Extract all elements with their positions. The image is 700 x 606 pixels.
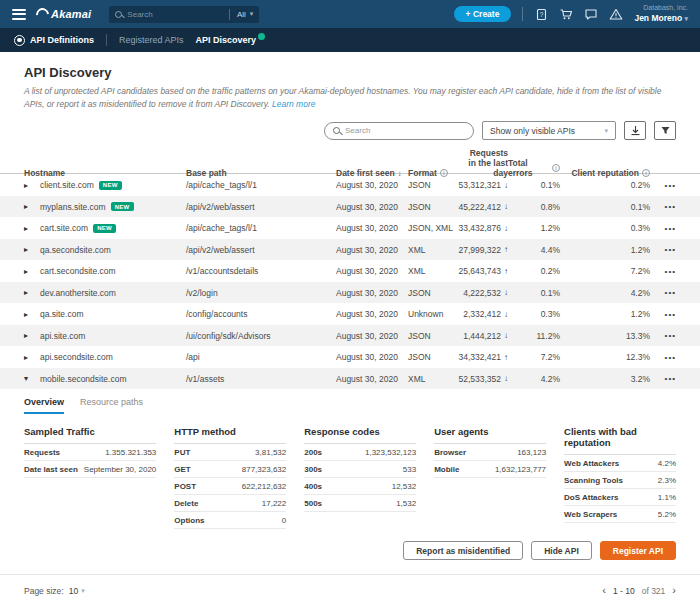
detail-row: 500s1,532 [304,495,416,512]
row-menu-icon[interactable]: ••• [650,374,676,383]
table-row[interactable]: ▸ cart.site.comNEW /api/cache_tags/l/1 A… [0,217,700,239]
discovery-count-badge [258,33,265,40]
detail-value: 1,323,532,123 [365,448,416,457]
page-size-select[interactable]: 10 ▾ [69,586,85,596]
cart-icon[interactable] [559,7,573,21]
detail-row: 200s1,323,532,123 [304,444,416,461]
register-api-button[interactable]: Register API [600,541,676,560]
download-button[interactable] [624,121,646,140]
hostname-cell: cart.site.com [40,223,88,233]
table-row[interactable]: ▸ cart.secondsite.com /v1/accountsdetail… [0,260,700,282]
detail-value: 622,212,632 [242,482,287,491]
account-menu[interactable]: Databash, inc. Jen Moreno ▾ [634,4,688,24]
detail-value: 877,323,632 [242,465,287,474]
table-row[interactable]: ▸ myplans.site.comNEW /api/v2/web/assert… [0,196,700,218]
detail-value: 12,532 [392,482,416,491]
col-base-path[interactable]: Base path [186,168,336,178]
detail-row: Web Attackers4.2% [564,455,676,472]
row-menu-icon[interactable]: ••• [650,331,676,340]
help-doc-icon[interactable]: ? [534,7,548,21]
next-page-icon[interactable]: › [672,585,676,596]
tab-api-discovery[interactable]: API Discovery [196,35,266,45]
alert-icon[interactable] [609,7,623,21]
hide-api-button[interactable]: Hide API [531,541,592,560]
expand-caret-icon[interactable]: ▸ [24,331,40,340]
row-menu-icon[interactable]: ••• [650,288,676,297]
hamburger-menu-icon[interactable] [12,9,26,20]
chat-icon[interactable] [584,7,598,21]
row-menu-icon[interactable]: ••• [650,245,676,254]
info-icon[interactable]: i [440,169,448,177]
tab-registered-apis[interactable]: Registered APIs [119,35,184,45]
topbar-divider [522,7,523,21]
detail-actions: Report as misidentified Hide API Registe… [0,533,700,574]
date-cell: August 30, 2020 [336,352,408,362]
detail-label: Delete [174,499,198,508]
detail-label: Browser [434,448,466,457]
collapse-caret-icon[interactable]: ▾ [24,374,40,383]
create-button[interactable]: + Create [454,6,512,22]
errors-cell: 0.1% [508,180,560,190]
reputation-cell: 0.2% [560,180,650,190]
reputation-cell: 1.2% [560,309,650,319]
col-date-first-seen[interactable]: Date first seen ↓ [336,168,408,178]
row-menu-icon[interactable]: ••• [650,267,676,276]
table-search-input[interactable] [340,126,465,135]
filter-button[interactable] [654,121,676,140]
expand-caret-icon[interactable]: ▸ [24,224,40,233]
expand-caret-icon[interactable]: ▸ [24,288,40,297]
col-format[interactable]: Format i [408,168,460,178]
expand-caret-icon[interactable]: ▸ [24,267,40,276]
expand-caret-icon[interactable]: ▸ [24,353,40,362]
hostname-cell: myplans.site.com [40,202,106,212]
table-row[interactable]: ▸ qa.secondsite.com /api/v2/web/assert A… [0,239,700,261]
tab-resource-paths[interactable]: Resource paths [80,397,143,414]
report-misidentified-button[interactable]: Report as misidentified [403,541,523,560]
table-row[interactable]: ▸ api.site.com /ui/config/sdk/Advisors A… [0,325,700,347]
table-body: ▸ client.site.comNEW /api/cache_tags/l/1… [0,174,700,389]
nav-divider [106,34,107,46]
requests-cell: 1,444,212 [463,331,501,341]
detail-row: Mobile1,632,123,777 [434,461,546,478]
col-client-reputation[interactable]: Client reputation i [560,168,650,178]
search-scope-dropdown[interactable]: All ▾ [229,9,253,20]
table-search[interactable] [324,122,474,140]
detail-value: 163,123 [517,448,546,457]
table-row[interactable]: ▸ api.secondsite.com /api August 30, 202… [0,346,700,368]
visibility-filter-select[interactable]: Show only visible APIs ▾ [482,121,616,140]
global-search-input[interactable] [122,10,229,19]
col-hostname[interactable]: Hostname [24,168,186,178]
global-search[interactable]: All ▾ [109,6,259,23]
reputation-cell: 0.3% [560,223,650,233]
expand-caret-icon[interactable]: ▸ [24,245,40,254]
table-footer: Page size: 10 ▾ ‹ 1 - 10 of 321 › [0,574,700,606]
base-path-cell: /v1/assets [186,374,336,384]
table-row-expanded[interactable]: ▾ mobile.secondsite.com /v1/assets Augus… [0,368,700,390]
tab-overview[interactable]: Overview [24,397,64,414]
section-title: User agents [434,426,546,444]
row-menu-icon[interactable]: ••• [650,224,676,233]
sort-desc-icon: ↓ [398,169,402,178]
row-menu-icon[interactable]: ••• [650,181,676,190]
info-icon[interactable]: i [642,169,650,177]
row-menu-icon[interactable]: ••• [650,353,676,362]
row-menu-icon[interactable]: ••• [650,202,676,211]
learn-more-link[interactable]: Learn more [272,99,315,109]
page-size-label: Page size: [24,586,64,596]
expand-caret-icon[interactable]: ▸ [24,202,40,211]
table-row[interactable]: ▸ qa.site.com /config/accounts August 30… [0,303,700,325]
info-icon[interactable]: i [552,164,560,172]
expand-caret-icon[interactable]: ▸ [24,181,40,190]
col-requests[interactable]: Requests in the last day [460,148,508,178]
pagination: ‹ 1 - 10 of 321 › [602,585,676,596]
expand-caret-icon[interactable]: ▸ [24,310,40,319]
row-menu-icon[interactable]: ••• [650,310,676,319]
col-total-errors[interactable]: Total errors i [508,158,560,178]
prev-page-icon[interactable]: ‹ [602,585,606,596]
detail-value: 2.3% [658,476,676,485]
errors-cell: 1.2% [508,223,560,233]
detail-row: Web Scrapers5.2% [564,506,676,523]
detail-label: Options [174,516,204,525]
detail-row: Requests1.355.321.353 [24,444,156,461]
table-row[interactable]: ▸ dev.anothersite.com /v2/login August 3… [0,282,700,304]
